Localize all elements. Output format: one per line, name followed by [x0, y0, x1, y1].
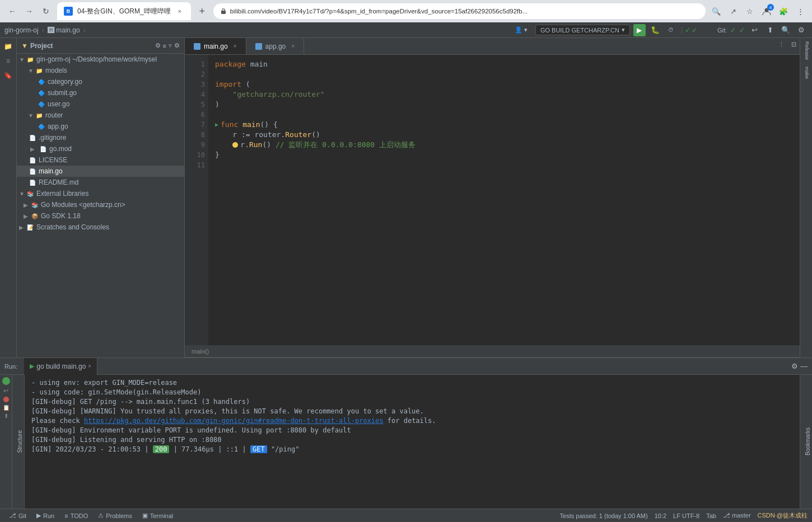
user-file-icon: 🔷	[37, 100, 46, 109]
tree-item-main[interactable]: 📄 main.go	[17, 166, 184, 177]
git-push[interactable]: ⬆	[764, 24, 776, 36]
new-tab-button[interactable]: +	[194, 3, 210, 19]
line-num-5: 5	[188, 100, 205, 110]
run-button[interactable]: ▶	[633, 24, 646, 36]
run-controls: │ ✓ ✓	[680, 26, 714, 35]
problems-tab-icon: ⚠	[98, 512, 104, 519]
terminal-minimize-btn[interactable]: —	[800, 362, 808, 370]
tree-item-go-modules[interactable]: ▶ 📚 Go Modules <getcharzp.cn>	[17, 199, 184, 210]
tree-filter-icon[interactable]: ▿	[169, 42, 172, 49]
terminal-bottom-label: Terminal	[150, 512, 174, 519]
breadcrumb-project: gin-gorm-oj	[4, 26, 39, 34]
make-tab[interactable]: make	[800, 63, 812, 82]
terminal-line-7: [GIN-debug] Listening and serving HTTP o…	[31, 435, 793, 445]
search-button[interactable]: 🔍	[709, 4, 724, 18]
release-tab[interactable]: Release	[800, 38, 812, 63]
tree-item-scratches[interactable]: ▶ 📝 Scratches and Consoles	[17, 222, 184, 233]
refresh-button[interactable]: ↻	[38, 3, 54, 19]
submit-file-icon: 🔷	[37, 88, 46, 97]
line-num-10: 10	[188, 150, 205, 160]
ext-libs-label: External Libraries	[36, 190, 88, 197]
extensions-button[interactable]: 🧩	[776, 4, 791, 18]
tree-item-submit[interactable]: 🔷 submit.go	[17, 87, 184, 98]
editor-settings-btn[interactable]: ⋮	[775, 38, 787, 50]
go-modules-icon: 📚	[30, 200, 39, 209]
terminal-tab-bottom[interactable]: ▣ Terminal	[138, 509, 178, 523]
tree-item-app[interactable]: 🔷 app.go	[17, 121, 184, 132]
structure-tab[interactable]: Structure	[12, 375, 25, 509]
tree-settings-icon[interactable]: ⚙	[155, 42, 161, 49]
back-button[interactable]: ←	[4, 3, 20, 19]
settings-button[interactable]: ⚙	[795, 24, 808, 36]
terminal-tab-name: go build main.go	[36, 363, 86, 370]
tree-item-router[interactable]: ▼ 📁 router	[17, 110, 184, 121]
share-button[interactable]: ↗	[726, 4, 740, 18]
main-go-tab-close[interactable]: ×	[234, 43, 237, 49]
structure-icon[interactable]: ≡	[2, 55, 15, 67]
ide-toolbar: gin-gorm-oj › 🅼 main.go › 👤 ▾ GO BUILD G…	[0, 22, 812, 38]
terminal-line-8: [GIN] 2022/03/23 - 21:00:53 | 200 | 77.3…	[31, 445, 793, 454]
editor-split-btn[interactable]: ⊡	[787, 38, 800, 50]
forward-button[interactable]: →	[21, 3, 37, 19]
comment-run: // 监听并在 0.0.0.0:8080 上启动服务	[276, 140, 416, 150]
terminal-line-2: - using code: gin.SetMode(gin.ReleaseMod…	[31, 388, 793, 397]
browser-tab[interactable]: B 04-整合GIN、GORM_哔哩哔哩 ×	[57, 2, 191, 20]
project-tree: ▼ Project ⚙ ≡ ▿ ⚙ ▼ 📁 gin-gorm-oj ~/Desk…	[17, 38, 185, 358]
tabs-spacer	[304, 38, 775, 54]
tree-collapse-icon[interactable]: ⚙	[174, 42, 180, 49]
profile-run-button[interactable]: ⏱	[665, 24, 677, 36]
editor-area: main.go × app.go × ⋮ ⊡ 1 2 3 4	[185, 38, 800, 358]
terminal-stop-btn[interactable]	[3, 397, 9, 402]
app-go-tab-label: app.go	[265, 43, 286, 50]
address-bar[interactable]: bilibili.com/video/BV17R4y1c7Td/?p=4&spm…	[213, 3, 706, 19]
line-num-6: 6	[188, 110, 205, 120]
bookmark-button[interactable]: ☆	[743, 4, 757, 18]
user-button[interactable]: 👤 ▾	[510, 23, 532, 37]
line-num-1: 1	[188, 59, 205, 69]
run-config[interactable]: GO BUILD GETCHARZP.CN ▾	[535, 25, 630, 35]
search-button[interactable]: 🔍	[780, 24, 792, 36]
gin-timing: | 77.346μs | ::1 |	[174, 445, 250, 453]
proxy-link[interactable]: https://pkg.go.dev/github.com/gin-gonic/…	[84, 417, 384, 425]
tree-sort-icon[interactable]: ≡	[163, 43, 166, 49]
project-folder-icon: ▼	[21, 42, 28, 50]
problems-tab[interactable]: ⚠ Problems	[94, 509, 136, 523]
menu-button[interactable]: ⋮	[793, 4, 808, 18]
tree-item-ext-libs[interactable]: ▼ 📚 External Libraries	[17, 188, 184, 199]
terminal-tab-run[interactable]: ▶ go build main.go ×	[24, 358, 97, 375]
tree-item-models[interactable]: ▼ 📁 models	[17, 65, 184, 76]
editor-breadcrumb: main()	[192, 348, 209, 355]
git-rollback[interactable]: ↩	[748, 24, 760, 36]
status-indent2: ⎇ master	[723, 512, 751, 519]
project-icon[interactable]: 📁	[2, 40, 15, 53]
terminal-refresh-btn[interactable]: ↩	[3, 387, 8, 394]
debug-button[interactable]: 🐛	[649, 24, 661, 36]
todo-tab[interactable]: ≡ TODO	[60, 509, 92, 523]
git-tab-icon: ⎇	[9, 512, 16, 519]
terminal-content[interactable]: - using env: export GIN_MODE=release - u…	[25, 375, 800, 509]
app-file-icon: 🔷	[37, 122, 46, 131]
run-tab[interactable]: ▶ Run	[32, 509, 59, 523]
app-go-tab-close[interactable]: ×	[291, 43, 295, 49]
tree-item-gomod[interactable]: ▶ 📄 go.mod	[17, 143, 184, 154]
tab-main-go[interactable]: main.go ×	[185, 38, 246, 54]
tree-item-user[interactable]: 🔷 user.go	[17, 98, 184, 110]
tab-app-go[interactable]: app.go ×	[246, 38, 305, 54]
code-line-8: r := router.Router()	[215, 130, 793, 140]
code-body[interactable]: package main import ( "getcharzp.cn/rout…	[208, 55, 800, 345]
tab-close-button[interactable]: ×	[175, 7, 184, 16]
tree-item-category[interactable]: 🔷 category.go	[17, 76, 184, 87]
bookmark-icon[interactable]: 🔖	[2, 69, 15, 82]
terminal-settings-btn[interactable]: ⚙	[791, 362, 798, 370]
tree-item-go-sdk[interactable]: ▶ 📦 Go SDK 1.18	[17, 210, 184, 222]
profile-button[interactable]: 4	[759, 4, 774, 18]
bookmarks-tab[interactable]: Bookmarks	[800, 375, 812, 509]
tree-item-gitignore[interactable]: 📄 .gitignore	[17, 132, 184, 143]
tree-item-readme[interactable]: 📄 README.md	[17, 177, 184, 188]
go-modules-expand: ▶	[24, 202, 30, 208]
tree-item-license[interactable]: 📄 LICENSE	[17, 154, 184, 166]
tree-root[interactable]: ▼ 📁 gin-gorm-oj ~/Desktop/home/work/myse…	[17, 54, 184, 65]
terminal-tab-close[interactable]: ×	[88, 363, 91, 369]
terminal-run-btn[interactable]	[2, 377, 10, 385]
git-tab[interactable]: ⎇ Git	[4, 509, 31, 523]
